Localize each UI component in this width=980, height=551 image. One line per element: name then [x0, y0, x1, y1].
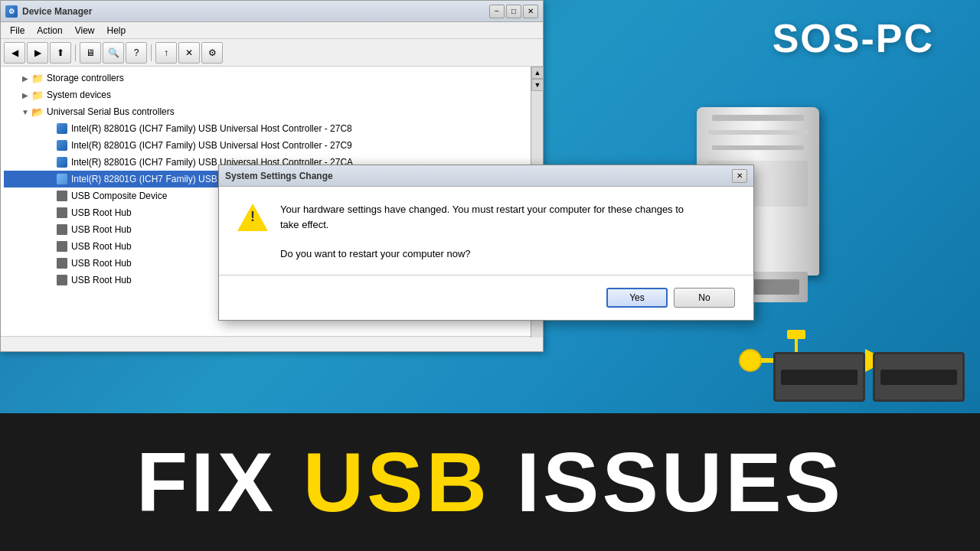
expand-dev1 — [44, 139, 56, 152]
toolbar-uninstall[interactable]: ✕ — [178, 42, 200, 64]
expand-dev2 — [44, 156, 56, 168]
expand-hub2 — [44, 223, 56, 236]
dialog-body: ! Your hardware settings have changed. Y… — [219, 187, 753, 320]
expand-hub3 — [44, 240, 56, 253]
dialog-message-row: ! Your hardware settings have changed. Y… — [237, 202, 735, 233]
sos-pc-label: SOS-PC — [773, 15, 934, 61]
minimize-button[interactable]: − — [489, 5, 505, 18]
toolbar-back[interactable]: ◀ — [4, 42, 25, 64]
dev-icon-hub3 — [56, 240, 68, 253]
menu-file[interactable]: File — [4, 24, 31, 37]
banner-text: FIX USB ISSUES — [136, 440, 844, 524]
expand-system[interactable]: ▶ — [19, 89, 31, 101]
device-label-hub2: USB Root Hub — [71, 224, 132, 235]
bottom-banner: FIX USB ISSUES — [0, 413, 980, 551]
expand-hub4 — [44, 257, 56, 269]
usb-ports — [773, 352, 965, 402]
tree-device-0[interactable]: Intel(R) 82801G (ICH7 Family) USB Univer… — [4, 120, 540, 137]
status-bar — [1, 336, 543, 351]
toolbar-forward[interactable]: ▶ — [27, 42, 48, 64]
device-label-hub3: USB Root Hub — [71, 241, 132, 252]
expand-dev3 — [44, 173, 56, 185]
dialog-message-line2: take effect. — [280, 219, 328, 230]
dev-icon-3 — [56, 173, 68, 185]
tree-storage-controllers[interactable]: ▶ 📁 Storage controllers — [4, 70, 540, 86]
dialog-question: Do you want to restart your computer now… — [237, 248, 735, 259]
maximize-button[interactable]: □ — [506, 5, 521, 18]
folder-icon-usb: 📂 — [31, 106, 44, 118]
dev-icon-0 — [56, 122, 68, 135]
expand-storage[interactable]: ▶ — [19, 72, 31, 84]
usb-port-1 — [773, 352, 865, 402]
dev-icon-hub2 — [56, 223, 68, 236]
toolbar: ◀ ▶ ⬆ 🖥 🔍 ? ↑ ✕ ⚙ — [1, 39, 543, 67]
toolbar-extra1[interactable]: ⚙ — [201, 42, 223, 64]
toolbar-properties[interactable]: 🖥 — [80, 42, 101, 64]
storage-controllers-label: Storage controllers — [47, 73, 124, 83]
toolbar-update[interactable]: ↑ — [155, 42, 177, 64]
banner-usb: USB — [303, 435, 490, 529]
usb-port-inner-1 — [781, 370, 858, 385]
dialog-separator — [219, 275, 753, 276]
tree-device-1[interactable]: Intel(R) 82801G (ICH7 Family) USB Univer… — [4, 137, 540, 154]
toolbar-up[interactable]: ⬆ — [50, 42, 71, 64]
device-label-1: Intel(R) 82801G (ICH7 Family) USB Univer… — [71, 140, 352, 151]
dialog-title: System Settings Change — [225, 171, 333, 181]
device-manager-icon: ⚙ — [5, 5, 18, 18]
dialog-close-button[interactable]: ✕ — [732, 169, 747, 183]
menu-help[interactable]: Help — [101, 24, 132, 37]
warning-exclaim: ! — [250, 210, 255, 223]
dev-icon-2 — [56, 156, 68, 168]
expand-hub1 — [44, 207, 56, 219]
scroll-up-button[interactable]: ▲ — [531, 67, 544, 79]
device-manager-titlebar: ⚙ Device Manager − □ ✕ — [1, 1, 543, 22]
menu-bar: File Action View Help — [1, 22, 543, 39]
device-label-hub4: USB Root Hub — [71, 258, 132, 269]
device-manager-title: Device Manager — [22, 6, 92, 17]
dev-icon-composite — [56, 190, 68, 202]
expand-dev0 — [44, 122, 56, 135]
banner-fix: FIX — [136, 435, 303, 529]
expand-hub5 — [44, 274, 56, 286]
scroll-down-button[interactable]: ▼ — [531, 79, 544, 91]
device-label-composite: USB Composite Device — [71, 191, 167, 201]
dev-icon-1 — [56, 139, 68, 152]
device-label-hub5: USB Root Hub — [71, 275, 132, 285]
toolbar-scan[interactable]: 🔍 — [103, 42, 124, 64]
system-settings-dialog: System Settings Change ✕ ! Your hardware… — [218, 165, 754, 321]
dialog-message: Your hardware settings have changed. You… — [280, 202, 684, 232]
dialog-yes-button[interactable]: Yes — [606, 288, 668, 308]
folder-icon-system: 📁 — [31, 89, 44, 101]
toolbar-help[interactable]: ? — [126, 42, 147, 64]
expand-composite — [44, 190, 56, 202]
expand-usb[interactable]: ▼ — [19, 106, 31, 118]
system-devices-label: System devices — [47, 90, 111, 100]
window-controls: − □ ✕ — [489, 5, 538, 18]
device-label-0: Intel(R) 82801G (ICH7 Family) USB Univer… — [71, 123, 352, 134]
dm-title-left: ⚙ Device Manager — [5, 5, 92, 18]
tree-system-devices[interactable]: ▶ 📁 System devices — [4, 86, 540, 103]
usb-port-2 — [873, 352, 965, 402]
toolbar-sep1 — [75, 44, 76, 61]
dev-icon-hub1 — [56, 207, 68, 219]
svg-rect-4 — [787, 330, 805, 339]
tree-usb-controllers[interactable]: ▼ 📂 Universal Serial Bus controllers — [4, 103, 540, 120]
menu-view[interactable]: View — [69, 24, 101, 37]
menu-action[interactable]: Action — [31, 24, 68, 37]
dialog-titlebar: System Settings Change ✕ — [219, 165, 753, 187]
banner-issues: ISSUES — [490, 435, 844, 529]
usb-port-inner-2 — [880, 370, 957, 385]
dev-icon-hub5 — [56, 274, 68, 286]
svg-point-0 — [740, 350, 761, 371]
toolbar-sep2 — [151, 44, 152, 61]
dialog-buttons: Yes No — [237, 285, 735, 308]
device-label-hub1: USB Root Hub — [71, 207, 132, 218]
dev-icon-hub4 — [56, 257, 68, 269]
dialog-message-line1: Your hardware settings have changed. You… — [280, 204, 684, 215]
warning-icon: ! — [237, 202, 268, 233]
close-button[interactable]: ✕ — [523, 5, 538, 18]
usb-controllers-label: Universal Serial Bus controllers — [47, 106, 175, 117]
dialog-no-button[interactable]: No — [674, 288, 735, 308]
folder-icon-storage: 📁 — [31, 72, 44, 84]
